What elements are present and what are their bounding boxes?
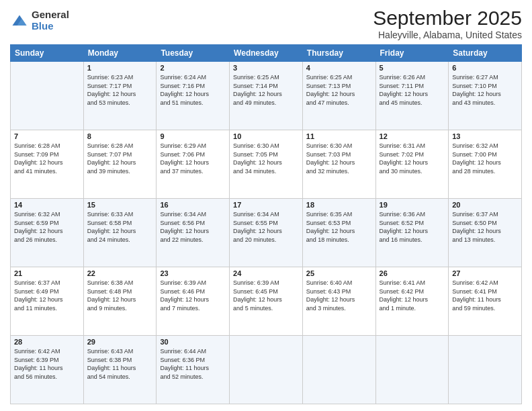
- day-number: 5: [380, 64, 445, 72]
- title-block: September 2025 Haleyville, Alabama, Unit…: [373, 7, 522, 40]
- calendar-header-row: Sunday Monday Tuesday Wednesday Thursday…: [11, 45, 522, 62]
- table-row: 4Sunrise: 6:25 AMSunset: 7:13 PMDaylight…: [302, 62, 375, 130]
- day-number: 14: [14, 201, 80, 209]
- table-row: 30Sunrise: 6:44 AMSunset: 6:36 PMDayligh…: [157, 336, 230, 404]
- day-info: Sunrise: 6:31 AMSunset: 7:02 PMDaylight:…: [380, 142, 445, 175]
- day-number: 15: [87, 201, 153, 209]
- day-number: 29: [87, 338, 153, 346]
- table-row: 6Sunrise: 6:27 AMSunset: 7:10 PMDaylight…: [449, 62, 522, 130]
- table-row: 27Sunrise: 6:42 AMSunset: 6:41 PMDayligh…: [449, 267, 522, 336]
- day-info: Sunrise: 6:42 AMSunset: 6:41 PMDaylight:…: [452, 279, 518, 312]
- logo-text: General Blue: [32, 9, 69, 32]
- day-number: 12: [380, 132, 445, 140]
- col-friday: Friday: [375, 45, 449, 62]
- col-sunday: Sunday: [11, 45, 84, 62]
- day-number: 7: [14, 132, 80, 140]
- table-row: 24Sunrise: 6:39 AMSunset: 6:45 PMDayligh…: [230, 267, 303, 336]
- calendar-week-row: 21Sunrise: 6:37 AMSunset: 6:49 PMDayligh…: [11, 267, 522, 336]
- day-info: Sunrise: 6:23 AMSunset: 7:17 PMDaylight:…: [87, 73, 153, 107]
- day-info: Sunrise: 6:41 AMSunset: 6:42 PMDaylight:…: [380, 279, 445, 312]
- calendar-week-row: 14Sunrise: 6:32 AMSunset: 6:59 PMDayligh…: [11, 199, 522, 267]
- day-number: 18: [306, 201, 372, 209]
- day-info: Sunrise: 6:29 AMSunset: 7:06 PMDaylight:…: [160, 142, 226, 175]
- table-row: 9Sunrise: 6:29 AMSunset: 7:06 PMDaylight…: [157, 130, 230, 199]
- table-row: 28Sunrise: 6:42 AMSunset: 6:39 PMDayligh…: [11, 336, 84, 404]
- table-row: 14Sunrise: 6:32 AMSunset: 6:59 PMDayligh…: [11, 199, 84, 267]
- col-monday: Monday: [83, 45, 157, 62]
- table-row: 5Sunrise: 6:26 AMSunset: 7:11 PMDaylight…: [375, 62, 449, 130]
- logo-blue: Blue: [32, 21, 69, 32]
- table-row: 8Sunrise: 6:28 AMSunset: 7:07 PMDaylight…: [83, 130, 157, 199]
- day-info: Sunrise: 6:38 AMSunset: 6:48 PMDaylight:…: [87, 279, 153, 312]
- day-number: 24: [233, 269, 299, 277]
- day-info: Sunrise: 6:32 AMSunset: 6:59 PMDaylight:…: [14, 210, 80, 244]
- day-info: Sunrise: 6:35 AMSunset: 6:53 PMDaylight:…: [306, 210, 372, 244]
- calendar-table: Sunday Monday Tuesday Wednesday Thursday…: [10, 44, 522, 404]
- day-info: Sunrise: 6:39 AMSunset: 6:45 PMDaylight:…: [233, 279, 299, 312]
- day-info: Sunrise: 6:44 AMSunset: 6:36 PMDaylight:…: [160, 347, 226, 381]
- day-number: 25: [306, 269, 372, 277]
- day-info: Sunrise: 6:32 AMSunset: 7:00 PMDaylight:…: [452, 142, 518, 175]
- day-number: 26: [380, 269, 445, 277]
- calendar-week-row: 28Sunrise: 6:42 AMSunset: 6:39 PMDayligh…: [11, 336, 522, 404]
- day-number: 1: [87, 64, 153, 72]
- day-number: 13: [452, 132, 518, 140]
- day-info: Sunrise: 6:39 AMSunset: 6:46 PMDaylight:…: [160, 279, 226, 312]
- col-wednesday: Wednesday: [230, 45, 303, 62]
- table-row: 20Sunrise: 6:37 AMSunset: 6:50 PMDayligh…: [449, 199, 522, 267]
- calendar-week-row: 7Sunrise: 6:28 AMSunset: 7:09 PMDaylight…: [11, 130, 522, 199]
- logo-general: General: [32, 9, 69, 21]
- day-number: 16: [160, 201, 226, 209]
- table-row: [230, 336, 303, 404]
- day-number: 11: [306, 132, 372, 140]
- day-number: 2: [160, 64, 226, 72]
- table-row: 21Sunrise: 6:37 AMSunset: 6:49 PMDayligh…: [11, 267, 84, 336]
- col-tuesday: Tuesday: [157, 45, 230, 62]
- table-row: 2Sunrise: 6:24 AMSunset: 7:16 PMDaylight…: [157, 62, 230, 130]
- calendar-title: September 2025: [373, 7, 522, 30]
- header: General Blue September 2025 Haleyville, …: [10, 7, 522, 40]
- table-row: 15Sunrise: 6:33 AMSunset: 6:58 PMDayligh…: [83, 199, 157, 267]
- table-row: 25Sunrise: 6:40 AMSunset: 6:43 PMDayligh…: [302, 267, 375, 336]
- table-row: 18Sunrise: 6:35 AMSunset: 6:53 PMDayligh…: [302, 199, 375, 267]
- day-info: Sunrise: 6:30 AMSunset: 7:03 PMDaylight:…: [306, 142, 372, 175]
- day-info: Sunrise: 6:40 AMSunset: 6:43 PMDaylight:…: [306, 279, 372, 312]
- day-info: Sunrise: 6:42 AMSunset: 6:39 PMDaylight:…: [14, 347, 80, 381]
- table-row: 12Sunrise: 6:31 AMSunset: 7:02 PMDayligh…: [375, 130, 449, 199]
- day-info: Sunrise: 6:25 AMSunset: 7:13 PMDaylight:…: [306, 73, 372, 107]
- day-number: 28: [14, 338, 80, 346]
- table-row: 29Sunrise: 6:43 AMSunset: 6:38 PMDayligh…: [83, 336, 157, 404]
- table-row: [449, 336, 522, 404]
- day-info: Sunrise: 6:25 AMSunset: 7:14 PMDaylight:…: [233, 73, 299, 107]
- table-row: 11Sunrise: 6:30 AMSunset: 7:03 PMDayligh…: [302, 130, 375, 199]
- table-row: 13Sunrise: 6:32 AMSunset: 7:00 PMDayligh…: [449, 130, 522, 199]
- table-row: 10Sunrise: 6:30 AMSunset: 7:05 PMDayligh…: [230, 130, 303, 199]
- day-number: 4: [306, 64, 372, 72]
- day-info: Sunrise: 6:37 AMSunset: 6:50 PMDaylight:…: [452, 210, 518, 244]
- col-saturday: Saturday: [449, 45, 522, 62]
- day-number: 22: [87, 269, 153, 277]
- day-info: Sunrise: 6:24 AMSunset: 7:16 PMDaylight:…: [160, 73, 226, 107]
- day-info: Sunrise: 6:27 AMSunset: 7:10 PMDaylight:…: [452, 73, 518, 107]
- day-number: 23: [160, 269, 226, 277]
- day-info: Sunrise: 6:34 AMSunset: 6:56 PMDaylight:…: [160, 210, 226, 244]
- day-number: 20: [452, 201, 518, 209]
- table-row: 16Sunrise: 6:34 AMSunset: 6:56 PMDayligh…: [157, 199, 230, 267]
- table-row: [11, 62, 84, 130]
- day-number: 19: [380, 201, 445, 209]
- day-info: Sunrise: 6:36 AMSunset: 6:52 PMDaylight:…: [380, 210, 445, 244]
- day-number: 17: [233, 201, 299, 209]
- table-row: 22Sunrise: 6:38 AMSunset: 6:48 PMDayligh…: [83, 267, 157, 336]
- day-number: 8: [87, 132, 153, 140]
- day-number: 10: [233, 132, 299, 140]
- day-number: 27: [452, 269, 518, 277]
- table-row: 26Sunrise: 6:41 AMSunset: 6:42 PMDayligh…: [375, 267, 449, 336]
- day-info: Sunrise: 6:28 AMSunset: 7:07 PMDaylight:…: [87, 142, 153, 175]
- table-row: 19Sunrise: 6:36 AMSunset: 6:52 PMDayligh…: [375, 199, 449, 267]
- day-info: Sunrise: 6:26 AMSunset: 7:11 PMDaylight:…: [380, 73, 445, 107]
- table-row: 1Sunrise: 6:23 AMSunset: 7:17 PMDaylight…: [83, 62, 157, 130]
- table-row: 17Sunrise: 6:34 AMSunset: 6:55 PMDayligh…: [230, 199, 303, 267]
- day-info: Sunrise: 6:34 AMSunset: 6:55 PMDaylight:…: [233, 210, 299, 244]
- table-row: [302, 336, 375, 404]
- col-thursday: Thursday: [302, 45, 375, 62]
